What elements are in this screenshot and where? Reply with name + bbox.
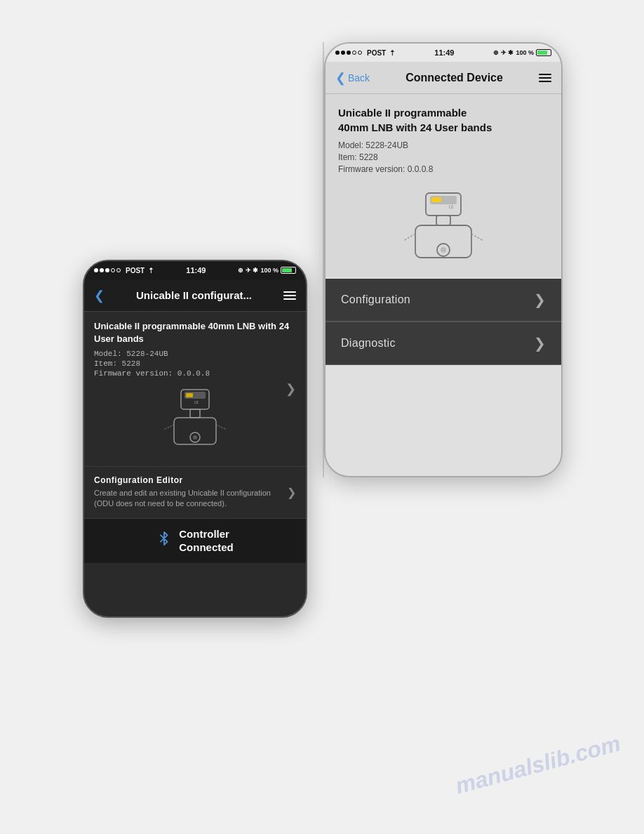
svg-rect-5 <box>174 418 216 444</box>
left-status-bar: POST ⇡ 11:49 ⊕ ✈ ✱ 100 % <box>84 261 306 279</box>
right-device-model: Model: 5228-24UB <box>338 140 549 150</box>
left-device-model: Model: 5228-24UB <box>94 350 296 358</box>
right-device-title: Unicable II programmable 40mm LNB with 2… <box>338 105 549 135</box>
right-diagnostic-label: Diagnostic <box>341 337 396 350</box>
left-config-editor-desc: Create and edit an existing Unicable II … <box>94 488 296 510</box>
left-nav-title: Unicable II configurat... <box>105 289 283 301</box>
left-config-editor-card[interactable]: Configuration Editor Create and edit an … <box>84 466 306 518</box>
right-menu-button[interactable] <box>539 74 551 82</box>
left-carrier: POST <box>126 267 145 274</box>
svg-point-7 <box>193 435 197 439</box>
right-battery-label: 100 % <box>516 49 534 56</box>
right-configuration-label: Configuration <box>341 293 410 306</box>
right-configuration-chevron-icon: ❯ <box>534 291 546 308</box>
left-time: 11:49 <box>186 266 206 274</box>
left-config-editor-chevron-icon: ❯ <box>287 486 296 499</box>
left-carrier-info: POST ⇡ <box>94 267 154 274</box>
svg-rect-2 <box>186 393 193 397</box>
left-wifi-icon: ⇡ <box>148 267 154 274</box>
right-phone: POST ⇡ 11:49 ⊕ ✈ ✱ 100 % ❮ Back Connecte… <box>324 42 563 477</box>
svg-point-17 <box>441 247 446 253</box>
svg-rect-4 <box>190 409 200 418</box>
left-device-card[interactable]: Unicable II programmable 40mm LNB with 2… <box>84 312 306 466</box>
left-phone: POST ⇡ 11:49 ⊕ ✈ ✱ 100 % ❮ Unicable II c… <box>83 260 307 618</box>
svg-rect-12 <box>431 197 441 202</box>
right-battery-area: ⊕ ✈ ✱ 100 % <box>493 49 551 56</box>
right-back-button[interactable]: ❮ Back <box>335 72 370 84</box>
svg-rect-14 <box>436 216 450 225</box>
right-configuration-button[interactable]: Configuration ❯ <box>326 279 561 322</box>
controller-connected-bar: Controller Connected <box>84 518 306 563</box>
right-wifi-icon: ⇡ <box>389 49 395 57</box>
right-device-info: Unicable II programmable 40mm LNB with 2… <box>326 94 561 277</box>
left-device-title: Unicable II programmable 40mm LNB with 2… <box>94 320 296 345</box>
left-back-chevron-icon: ❮ <box>94 289 105 302</box>
right-status-bar: POST ⇡ 11:49 ⊕ ✈ ✱ 100 % <box>326 44 561 62</box>
left-menu-button[interactable] <box>283 291 296 300</box>
bluetooth-icon <box>156 531 172 550</box>
right-time: 11:49 <box>434 48 454 57</box>
right-battery-bar <box>536 49 551 56</box>
watermark: manualslib.com <box>452 730 623 799</box>
left-battery-pct: ⊕ ✈ ✱ <box>238 267 258 274</box>
svg-line-18 <box>403 234 415 241</box>
right-diagnostic-chevron-icon: ❯ <box>534 335 546 352</box>
svg-line-9 <box>216 425 227 430</box>
svg-text:CE: CE <box>194 400 199 404</box>
left-battery-bar <box>281 267 296 274</box>
left-lnb-image: CE <box>94 379 296 455</box>
right-back-chevron-icon: ❮ <box>335 72 346 84</box>
left-device-item: Item: 5228 <box>94 359 296 368</box>
right-device-firmware: Firmware version: 0.0.0.8 <box>338 164 549 174</box>
svg-line-8 <box>163 425 174 430</box>
svg-line-19 <box>471 234 483 241</box>
right-carrier: POST <box>367 49 386 57</box>
right-device-item: Item: 5228 <box>338 152 549 162</box>
left-back-button[interactable]: ❮ <box>94 289 105 302</box>
right-diagnostic-button[interactable]: Diagnostic ❯ <box>326 322 561 365</box>
left-config-editor-title: Configuration Editor <box>94 475 296 485</box>
svg-text:CE: CE <box>448 204 454 209</box>
left-device-firmware: Firmware version: 0.0.0.8 <box>94 369 296 378</box>
left-device-card-chevron-icon: ❯ <box>286 381 296 397</box>
right-nav-title: Connected Device <box>370 72 539 84</box>
right-nav-bar: ❮ Back Connected Device <box>326 62 561 94</box>
svg-rect-15 <box>415 225 471 258</box>
right-carrier-info: POST ⇡ <box>335 49 395 57</box>
right-back-label: Back <box>348 72 370 84</box>
left-battery-label: 100 % <box>260 267 279 274</box>
right-lnb-image: CE <box>338 176 549 277</box>
controller-connected-text: Controller Connected <box>179 527 234 555</box>
right-icons: ⊕ ✈ ✱ <box>493 49 514 56</box>
left-battery-area: ⊕ ✈ ✱ 100 % <box>238 267 296 274</box>
left-nav-bar: ❮ Unicable II configurat... <box>84 279 306 312</box>
